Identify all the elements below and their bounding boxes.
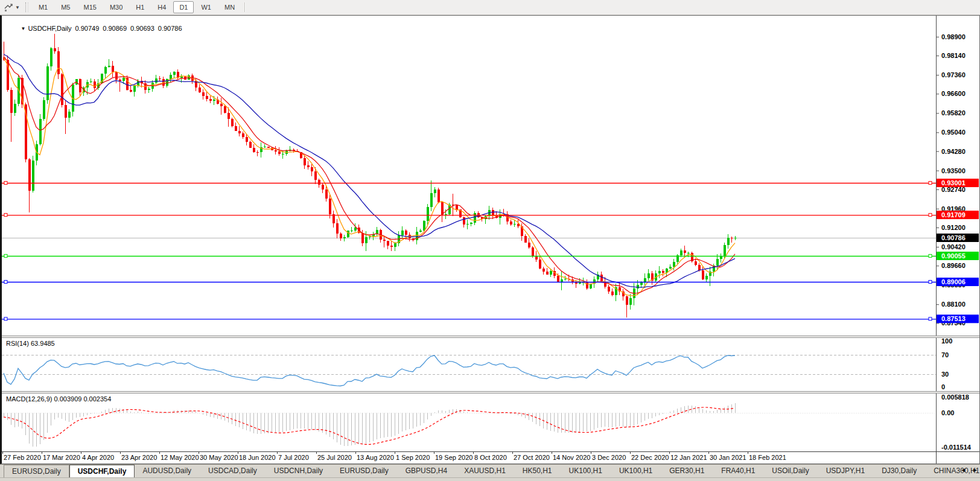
- candle-up: [466, 224, 469, 225]
- tab-usdjpy-h1[interactable]: USDJPY,H1: [818, 465, 873, 477]
- hline-handle[interactable]: [929, 281, 932, 284]
- macd-canvas[interactable]: 0.0058180.00-0.011514: [2, 393, 979, 451]
- tab-scroll-left-icon[interactable]: ◄: [960, 467, 966, 473]
- hline-handle[interactable]: [4, 182, 7, 185]
- ma-9-line: [4, 57, 735, 293]
- candle-up: [427, 207, 429, 221]
- timeframe-button-h4[interactable]: H4: [151, 1, 172, 13]
- hline-handle[interactable]: [929, 214, 932, 217]
- chart-cursor-icon[interactable]: [2, 2, 14, 13]
- candle-down: [275, 150, 277, 151]
- hline-badge-label: 0.91709: [941, 211, 966, 218]
- date-tick: [316, 452, 317, 454]
- timeframe-button-m5[interactable]: M5: [55, 1, 76, 13]
- symbol-collapse-icon[interactable]: ▼: [21, 26, 25, 31]
- candle-up: [658, 271, 661, 273]
- timeframe-button-m15[interactable]: M15: [77, 1, 102, 13]
- date-tick: [355, 452, 356, 454]
- main-chart-canvas[interactable]: 0.989000.981400.973600.966000.958200.950…: [2, 16, 979, 336]
- tab-usoil-daily[interactable]: USOil,Daily: [764, 465, 816, 477]
- date-axis[interactable]: 27 Feb 202017 Mar 20204 Apr 202023 Apr 2…: [2, 451, 979, 463]
- date-tick: [199, 452, 199, 454]
- date-label: 3 Dec 2020: [592, 454, 626, 461]
- macd-axis-label: -0.011514: [941, 444, 972, 451]
- candle-down: [463, 217, 465, 225]
- candle-up: [644, 278, 646, 282]
- candle-down: [61, 74, 63, 104]
- hline-badge-label: 0.93001: [941, 179, 966, 186]
- price-tick-label: 0.90420: [941, 243, 966, 250]
- hline-handle[interactable]: [929, 182, 932, 185]
- candle-down: [611, 291, 614, 295]
- timeframe-button-m1[interactable]: M1: [33, 1, 54, 13]
- chart-tool-dropdown-caret-icon[interactable]: ▼: [15, 5, 20, 10]
- hline-handle[interactable]: [4, 317, 7, 320]
- candle-up: [39, 119, 42, 144]
- candle-down: [314, 171, 317, 180]
- tab-usdcad-daily[interactable]: USDCAD,Daily: [200, 465, 265, 477]
- macd-panel[interactable]: 0.0058180.00-0.011514 MACD(12,26,9) 0.00…: [2, 393, 979, 451]
- candle-down: [336, 223, 339, 234]
- date-label: 12 Jan 2021: [670, 454, 707, 461]
- rsi-canvas[interactable]: 10070300: [2, 338, 979, 391]
- date-label: 19 Sep 2020: [435, 454, 472, 461]
- timeframe-button-d1[interactable]: D1: [173, 1, 194, 13]
- tab-eurusd-daily[interactable]: EURUSD,Daily: [4, 465, 69, 477]
- tab-uk100-h1[interactable]: UK100,H1: [561, 465, 610, 477]
- candle-down: [304, 158, 306, 165]
- timeframe-button-mn[interactable]: MN: [218, 1, 241, 13]
- chart-symbol-label: USDCHF,Daily: [28, 25, 71, 32]
- rsi-axis-label: 70: [941, 351, 949, 358]
- candle-up: [166, 79, 168, 86]
- candle-up: [590, 284, 592, 288]
- timeframe-button-h1[interactable]: H1: [130, 1, 150, 13]
- tab-audusd-daily[interactable]: AUDUSD,Daily: [135, 465, 199, 477]
- candle-down: [94, 81, 96, 88]
- tab-dj30-daily[interactable]: DJ30,Daily: [874, 465, 924, 477]
- candle-up: [648, 273, 650, 278]
- tab-gbpusd-h4[interactable]: GBPUSD,H4: [398, 465, 455, 477]
- candle-up: [705, 276, 708, 279]
- macd-header: MACD(12,26,9) 0.003909 0.002354: [6, 395, 111, 403]
- candle-down: [206, 96, 208, 99]
- candle-down: [311, 167, 313, 171]
- tab-xauusd-h1[interactable]: XAUUSD,H1: [456, 465, 514, 477]
- candle-down: [524, 236, 527, 243]
- price-tick-label: 0.91200: [941, 224, 966, 231]
- hline-handle[interactable]: [4, 281, 7, 284]
- candle-up: [264, 147, 266, 147]
- date-tick: [748, 452, 748, 454]
- tab-scroll-buttons: ◄ ►: [960, 467, 978, 473]
- date-label: 27 Oct 2020: [514, 454, 550, 461]
- tab-eurusd-daily[interactable]: EURUSD,Daily: [332, 465, 396, 477]
- candle-up: [343, 237, 346, 238]
- macd-values: 0.003909 0.002354: [54, 395, 111, 403]
- hline-handle[interactable]: [4, 214, 7, 217]
- date-label: 17 Mar 2020: [43, 454, 80, 461]
- candle-up: [108, 66, 110, 67]
- timeframe-button-w1[interactable]: W1: [195, 1, 217, 13]
- tab-fra40-h1[interactable]: FRA40,H1: [713, 465, 763, 477]
- candle-down: [249, 142, 252, 147]
- date-tick: [81, 452, 81, 454]
- tab-uk100-h1[interactable]: UK100,H1: [611, 465, 660, 477]
- tab-scroll-right-icon[interactable]: ►: [972, 467, 978, 473]
- price-tick-label: 0.95820: [941, 109, 966, 116]
- tab-usdcnh-daily[interactable]: USDCNH,Daily: [266, 465, 331, 477]
- tab-ger30-h1[interactable]: GER30,H1: [661, 465, 712, 477]
- candle-down: [539, 260, 541, 269]
- rsi-panel[interactable]: 10070300 RSI(14) 63.9485: [2, 338, 979, 391]
- candle-up: [155, 78, 158, 83]
- hline-handle[interactable]: [929, 254, 932, 257]
- tab-hk50-h1[interactable]: HK50,H1: [515, 465, 560, 477]
- macd-axis-label: 0.00: [941, 409, 954, 416]
- price-tick-label: 0.97360: [941, 71, 966, 78]
- hline-handle[interactable]: [929, 317, 932, 320]
- timeframe-button-m30[interactable]: M30: [104, 1, 129, 13]
- date-tick: [277, 452, 278, 454]
- hline-handle[interactable]: [4, 254, 7, 257]
- main-chart-panel[interactable]: 0.989000.981400.973600.966000.958200.950…: [2, 16, 979, 336]
- tab-usdchf-daily[interactable]: USDCHF,Daily: [69, 465, 135, 477]
- date-label: 8 Oct 2020: [474, 454, 507, 461]
- candle-up: [14, 104, 16, 113]
